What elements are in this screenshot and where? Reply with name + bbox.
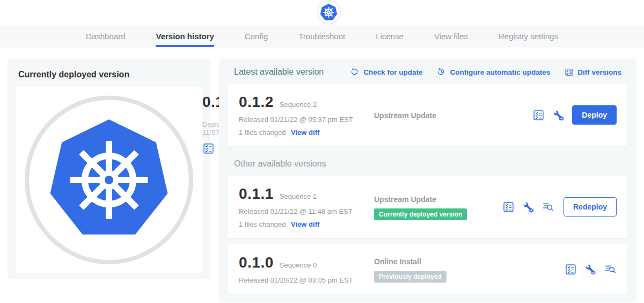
- files-changed-label: 1 files changed: [239, 220, 286, 228]
- view-diff-link[interactable]: View diff: [291, 220, 319, 228]
- version-number: 0.1.1: [239, 185, 274, 203]
- app-subnav: Dashboard Version history Config Trouble…: [0, 25, 644, 47]
- other-versions-title: Other available versions: [234, 159, 627, 169]
- tab-config[interactable]: Config: [245, 25, 268, 47]
- sequence-label: Sequence 0: [280, 261, 317, 269]
- currently-deployed-badge: Currently deployed version: [374, 208, 467, 220]
- version-history-panel: Latest available version Check for updat…: [219, 59, 636, 302]
- tab-view-files[interactable]: View files: [434, 25, 468, 47]
- diff-versions-label: Diff versions: [577, 68, 621, 76]
- released-timestamp: Released 01/21/22 @ 11:48 am EST: [239, 207, 374, 215]
- diff-icon: [565, 68, 574, 77]
- app-logo-icon: [23, 93, 195, 266]
- version-source-label: Online Install: [374, 257, 565, 266]
- schedule-update-icon: [437, 68, 446, 77]
- preflight-checklist-icon[interactable]: [502, 201, 515, 213]
- sequence-label: Sequence 2: [280, 100, 317, 109]
- top-bar: Application GitOps Add a new application…: [0, 0, 644, 25]
- version-source-label: Upstream Update: [374, 111, 532, 120]
- configure-automatic-updates-link[interactable]: Configure automatic updates: [437, 68, 550, 77]
- preflight-checklist-icon[interactable]: [202, 142, 215, 155]
- preflight-checklist-icon[interactable]: [565, 263, 577, 276]
- diff-versions-link[interactable]: Diff versions: [565, 68, 621, 77]
- currently-deployed-panel: Currently deployed version 0.1.1 Sequenc…: [8, 59, 210, 279]
- tab-license[interactable]: License: [376, 25, 404, 47]
- kubernetes-logo-icon: [13, 0, 644, 25]
- version-card-0-1-0: 0.1.0 Sequence 0 Released 01/20/22 @ 03:…: [228, 244, 627, 294]
- version-number: 0.1.2: [239, 93, 274, 111]
- deployed-panel-title: Currently deployed version: [18, 70, 200, 80]
- version-source-label: Upstream Update: [374, 195, 502, 204]
- released-timestamp: Released 01/20/22 @ 03:05 pm EST: [239, 276, 374, 284]
- released-timestamp: Released 01/21/22 @ 05:37 pm EST: [239, 116, 374, 124]
- tab-troubleshoot[interactable]: Troubleshoot: [298, 25, 345, 47]
- view-diff-link[interactable]: View diff: [291, 128, 319, 136]
- sequence-label: Sequence 1: [280, 192, 317, 200]
- check-for-update-link[interactable]: Check for update: [350, 68, 422, 77]
- edit-config-icon[interactable]: [522, 201, 535, 213]
- tab-registry-settings[interactable]: Registry settings: [499, 25, 558, 47]
- preflight-checklist-icon[interactable]: [532, 109, 545, 121]
- refresh-icon: [350, 68, 360, 77]
- files-changed-label: 1 files changed: [239, 128, 286, 136]
- version-number: 0.1.0: [239, 254, 274, 271]
- version-card-0-1-1: 0.1.1 Sequence 1 Released 01/21/22 @ 11:…: [228, 176, 627, 238]
- check-for-update-label: Check for update: [363, 68, 422, 76]
- view-logs-icon[interactable]: [542, 201, 554, 213]
- main-content: Currently deployed version 0.1.1 Sequenc…: [0, 47, 644, 303]
- version-card-0-1-2: 0.1.2 Sequence 2 Released 01/21/22 @ 05:…: [228, 84, 627, 146]
- edit-config-icon[interactable]: [552, 109, 565, 121]
- latest-version-title: Latest available version: [234, 67, 324, 77]
- previously-deployed-badge: Previously deployed: [374, 271, 447, 283]
- deployed-version-card: 0.1.1 Sequence 1 Deployed 01/21/22 @ 11:…: [16, 86, 202, 273]
- view-logs-icon[interactable]: [604, 263, 617, 276]
- view-config-icon[interactable]: [584, 263, 597, 276]
- deploy-button[interactable]: Deploy: [572, 105, 617, 125]
- tab-dashboard[interactable]: Dashboard: [86, 25, 125, 47]
- tab-version-history[interactable]: Version history: [156, 25, 214, 47]
- configure-automatic-updates-label: Configure automatic updates: [450, 68, 550, 76]
- redeploy-button[interactable]: Redeploy: [564, 197, 617, 217]
